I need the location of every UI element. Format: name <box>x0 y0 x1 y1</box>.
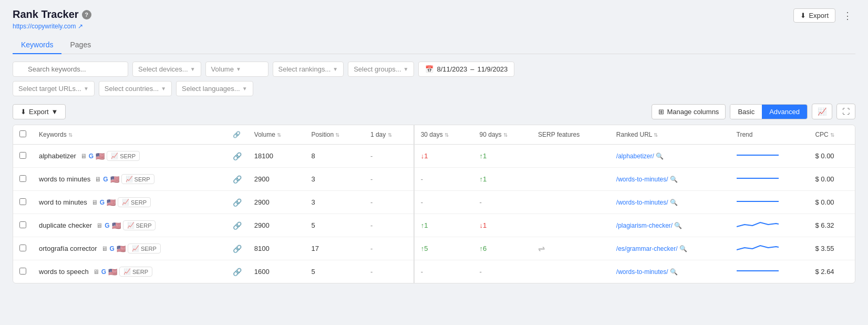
serp-button[interactable]: 📈 SERP <box>107 151 140 161</box>
row-checkbox[interactable] <box>19 175 26 182</box>
row-checkbox[interactable] <box>19 152 26 159</box>
change-up: ↑6 <box>480 245 526 252</box>
ranked-url-link[interactable]: /alphabetizer/ <box>616 153 654 160</box>
tab-pages[interactable]: Pages <box>61 36 99 54</box>
link-cell: 🔗 <box>226 260 248 283</box>
position-cell: 3 <box>305 191 364 214</box>
chevron-down-icon: ▼ <box>333 66 338 72</box>
col-90days[interactable]: 90 days ⇅ <box>473 125 532 145</box>
main-tabs: Keywords Pages <box>13 36 855 54</box>
keyword-cell: word to minutes 🖥 G 🇺🇸 📈 SERP <box>33 191 226 214</box>
trend-chart <box>737 150 779 160</box>
search-input[interactable] <box>13 62 128 77</box>
manage-columns-button[interactable]: ⊞ Manage columns <box>652 104 726 119</box>
row-checkbox[interactable] <box>19 268 26 275</box>
col-cpc[interactable]: CPC ⇅ <box>809 125 855 145</box>
select-countries-dropdown[interactable]: Select countries... ▼ <box>99 81 172 96</box>
table-row: alphabetizer 🖥 G 🇺🇸 📈 SERP 🔗 18100 8 - ↓… <box>13 145 855 168</box>
change-up: ↑5 <box>421 245 467 252</box>
site-url[interactable]: https://copywritely.com ↗ <box>13 23 91 30</box>
link-icon: 🔗 <box>233 152 242 160</box>
view-basic-button[interactable]: Basic <box>730 105 762 119</box>
ranked-url-cell[interactable]: /alphabetizer/ 🔍 <box>610 145 730 168</box>
day90-cell: ↑6 <box>473 237 532 260</box>
serp-features-cell <box>532 260 610 283</box>
row-checkbox-cell[interactable] <box>13 168 33 191</box>
export-button[interactable]: ⬇ Export ▼ <box>13 104 66 119</box>
desktop-icon: 🖥 <box>101 245 108 252</box>
select-rankings-dropdown[interactable]: Select rankings... ▼ <box>273 62 344 77</box>
serp-button[interactable]: 📈 SERP <box>121 174 154 184</box>
calendar-icon: 📅 <box>425 65 433 73</box>
row-checkbox[interactable] <box>19 245 26 251</box>
tab-keywords[interactable]: Keywords <box>13 36 61 54</box>
ranked-url-cell[interactable]: /es/grammar-checker/ 🔍 <box>610 237 730 260</box>
desktop-icon: 🖥 <box>96 222 102 229</box>
ranked-url-link[interactable]: /words-to-minutes/ <box>616 199 668 206</box>
volume-dropdown[interactable]: Volume ▼ <box>205 62 268 77</box>
link-icon: 🔗 <box>233 175 242 184</box>
position-cell: 5 <box>305 214 364 237</box>
flag-icon: 🇺🇸 <box>108 268 117 276</box>
table-row: word to minutes 🖥 G 🇺🇸 📈 SERP 🔗 2900 3 -… <box>13 191 855 214</box>
ranked-url-link[interactable]: /plagiarism-checker/ <box>616 222 673 229</box>
chart-icon-button[interactable]: 📈 <box>812 104 832 119</box>
ranked-url-cell[interactable]: /words-to-minutes/ 🔍 <box>610 191 730 214</box>
change-up: ↑1 <box>480 152 526 160</box>
select-all-checkbox[interactable] <box>19 130 26 137</box>
day30-cell: ↓1 <box>414 145 473 168</box>
fullscreen-icon-button[interactable]: ⛶ <box>836 104 855 119</box>
ranked-url-link[interactable]: /words-to-minutes/ <box>616 268 668 276</box>
row-checkbox[interactable] <box>19 221 26 228</box>
search-icon[interactable]: 🔍 <box>656 153 664 160</box>
serp-button[interactable]: 📈 SERP <box>128 243 161 253</box>
search-icon[interactable]: 🔍 <box>670 176 678 183</box>
select-target-urls-dropdown[interactable]: Select target URLs... ▼ <box>13 81 95 96</box>
volume-cell: 18100 <box>248 145 305 168</box>
ranked-url-cell[interactable]: /plagiarism-checker/ 🔍 <box>610 214 730 237</box>
search-icon[interactable]: 🔍 <box>670 268 678 276</box>
select-groups-dropdown[interactable]: Select groups... ▼ <box>348 62 414 77</box>
row-checkbox-cell[interactable] <box>13 214 33 237</box>
serp-button[interactable]: 📈 SERP <box>118 197 151 207</box>
serp-button[interactable]: 📈 SERP <box>119 267 152 277</box>
select-devices-dropdown[interactable]: Select devices... ▼ <box>132 62 201 77</box>
help-icon[interactable]: ? <box>82 10 91 19</box>
row-checkbox-cell[interactable] <box>13 237 33 260</box>
cpc-cell: $ 0.00 <box>809 191 855 214</box>
flag-icon: 🇺🇸 <box>107 198 116 207</box>
link-icon: 🔗 <box>233 268 242 276</box>
ranked-url-link[interactable]: /words-to-minutes/ <box>616 176 668 183</box>
search-icon[interactable]: 🔍 <box>674 222 682 229</box>
ranked-url-cell[interactable]: /words-to-minutes/ 🔍 <box>610 168 730 191</box>
search-icon[interactable]: 🔍 <box>670 199 678 206</box>
ranked-url-cell[interactable]: /words-to-minutes/ 🔍 <box>610 260 730 283</box>
trend-chart <box>737 196 779 207</box>
col-volume[interactable]: Volume ⇅ <box>248 125 305 145</box>
day1-cell: - <box>364 260 414 283</box>
col-1day[interactable]: 1 day ⇅ <box>364 125 414 145</box>
day30-cell: - <box>414 168 473 191</box>
view-advanced-button[interactable]: Advanced <box>762 105 807 119</box>
select-all-header[interactable] <box>13 125 33 145</box>
cpc-cell: $ 2.64 <box>809 260 855 283</box>
col-ranked-url[interactable]: Ranked URL ⇅ <box>610 125 730 145</box>
trend-chart <box>737 266 779 276</box>
date-range-picker[interactable]: 📅 8/11/2023 – 11/9/2023 <box>418 62 514 77</box>
keyword-cell: words to minutes 🖥 G 🇺🇸 📈 SERP <box>33 168 226 191</box>
row-checkbox-cell[interactable] <box>13 191 33 214</box>
col-30days[interactable]: 30 days ⇅ <box>414 125 473 145</box>
view-toggle: Basic Advanced <box>730 104 808 119</box>
desktop-icon: 🖥 <box>91 199 98 206</box>
serp-button[interactable]: 📈 SERP <box>123 220 156 230</box>
table-row: duplicate checker 🖥 G 🇺🇸 📈 SERP 🔗 2900 5… <box>13 214 855 237</box>
search-icon[interactable]: 🔍 <box>679 245 687 252</box>
header-export-button[interactable]: ⬇ Export <box>793 8 835 23</box>
more-options-button[interactable]: ⋮ <box>840 9 855 23</box>
select-languages-dropdown[interactable]: Select languages... ▼ <box>176 81 253 96</box>
row-checkbox[interactable] <box>19 198 26 205</box>
col-position[interactable]: Position ⇅ <box>305 125 364 145</box>
row-checkbox-cell[interactable] <box>13 145 33 168</box>
row-checkbox-cell[interactable] <box>13 260 33 283</box>
ranked-url-link[interactable]: /es/grammar-checker/ <box>616 245 678 252</box>
